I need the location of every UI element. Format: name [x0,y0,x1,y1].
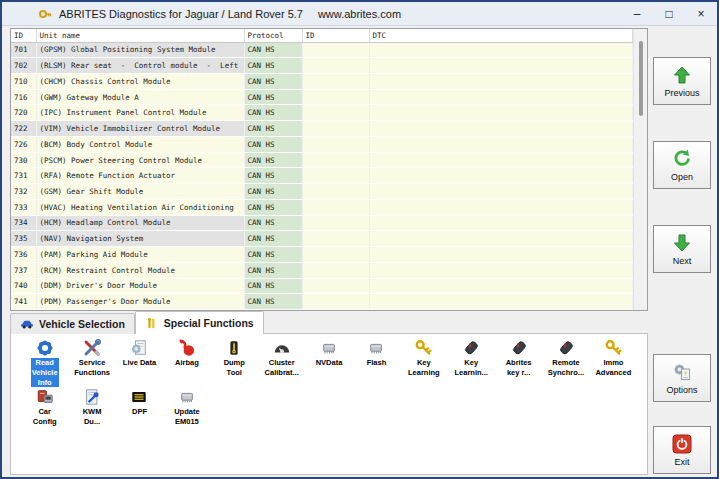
button-label: Exit [674,457,689,467]
function-label: Key Learnin... [454,358,489,378]
column-header-id[interactable]: ID [11,29,36,42]
table-row[interactable]: 720(IPC) Instrument Panel Control Module… [11,105,633,121]
cell-dtc [369,42,633,58]
function-label: KWM Du... [82,407,103,427]
cell-protocol: CAN HS [244,215,302,231]
table-row[interactable]: 730(PSCM) Power Steering Control ModuleC… [11,152,633,168]
cell-unit-name: (CHCM) Chassis Control Module [36,73,244,89]
cell-protocol: CAN HS [244,105,302,121]
car-icon [20,318,34,330]
function-nvdata[interactable]: NVData [305,338,352,368]
remote-icon [460,338,482,358]
table-row[interactable]: 726(BCM) Body Control ModuleCAN HS [11,136,633,152]
cell-dtc [369,199,633,215]
cell-unit-name: (DDM) Driver's Door Module [36,278,244,294]
cluster-icon [271,338,293,358]
function-immo-advanced[interactable]: Immo Advanced [590,338,637,378]
next-button[interactable]: Next [653,225,711,273]
function-key-learnin[interactable]: Key Learnin... [448,338,495,378]
cell-protocol: CAN HS [244,294,302,310]
table-row[interactable]: 701(GPSM) Global Positioning System Modu… [11,42,633,58]
button-label: Options [666,385,697,395]
maximize-button[interactable]: □ [653,2,685,25]
cell-id: 710 [11,73,36,89]
function-key-learning[interactable]: Key Learning [400,338,447,378]
function-label: Live Data [122,358,157,368]
cell-protocol: CAN HS [244,199,302,215]
tab-vehicle-selection[interactable]: Vehicle Selection [10,313,135,334]
cell-dtc [369,184,633,200]
table-row[interactable]: 737(RCM) Restraint Control ModuleCAN HS [11,262,633,278]
table-row[interactable]: 722(VIM) Vehicle Immobilizer Control Mod… [11,121,633,137]
cell-unit-name: (NAV) Navigation System [36,231,244,247]
column-header-dtc[interactable]: DTC [369,29,633,42]
cell-dtc [369,58,633,74]
options-button[interactable]: Options [653,354,711,402]
cell-id2 [302,231,369,247]
table-row[interactable]: 736(PAM) Parking Aid ModuleCAN HS [11,247,633,263]
cell-id2 [302,152,369,168]
exit-button[interactable]: Exit [653,426,711,474]
table-row[interactable]: 702(RLSM) Rear seat - Control module - L… [11,58,633,74]
function-cluster-calibrat[interactable]: Cluster Calibrat... [258,338,305,378]
previous-button[interactable]: Previous [653,57,711,105]
function-car-config[interactable]: Car Config [21,387,68,427]
sf-row-2: Car ConfigKWM Du...DPFUpdate EM015 [21,387,641,427]
doc-wrench-icon [81,387,103,407]
cell-unit-name: (IPC) Instrument Panel Control Module [36,105,244,121]
cell-dtc [369,73,633,89]
function-remote-synchro[interactable]: Remote Synchro... [542,338,589,378]
cell-protocol: CAN HS [244,168,302,184]
cell-id: 735 [11,231,36,247]
table-row[interactable]: 733(HVAC) Heating Ventilation Air Condit… [11,199,633,215]
cell-id2 [302,247,369,263]
module-table-body: 701(GPSM) Global Positioning System Modu… [11,42,633,310]
function-live-data[interactable]: Live Data [116,338,163,368]
table-row[interactable]: 716(GWM) Gateway Module ACAN HS [11,89,633,105]
open-button[interactable]: Open [653,141,711,189]
table-row[interactable]: 731(RFA) Remote Function ActuatorCAN HS [11,168,633,184]
key-icon [602,338,624,358]
function-read-vehicle-info[interactable]: Read Vehicle Info [21,338,68,387]
function-dpf[interactable]: DPF [116,387,163,417]
minimize-button[interactable]: – [621,2,653,25]
table-row[interactable]: 734(HCM) Headlamp Control ModuleCAN HS [11,215,633,231]
cell-id: 732 [11,184,36,200]
cell-id2 [302,73,369,89]
tools-icon [145,317,159,329]
cell-protocol: CAN HS [244,278,302,294]
function-kwm-du[interactable]: KWM Du... [68,387,115,427]
table-row[interactable]: 735(NAV) Navigation SystemCAN HS [11,231,633,247]
column-header-unit-name[interactable]: Unit name [36,29,244,42]
function-label: DPF [131,407,148,417]
airbag-icon [176,338,198,358]
function-label: Key Learning [407,358,441,378]
cell-id: 722 [11,121,36,137]
function-abrites-key-r[interactable]: Abrites key r... [495,338,542,378]
cell-protocol: CAN HS [244,231,302,247]
cell-id2 [302,215,369,231]
cell-protocol: CAN HS [244,184,302,200]
function-service-functions[interactable]: Service Functions [68,338,115,378]
function-flash[interactable]: Flash [353,338,400,368]
scrollbar-thumb[interactable] [639,41,643,116]
cell-id: 741 [11,294,36,310]
function-update-em015[interactable]: Update EM015 [163,387,210,427]
table-scrollbar[interactable] [633,29,647,310]
function-airbag[interactable]: Airbag [163,338,210,368]
table-row[interactable]: 741(PDM) Passenger's Door ModuleCAN HS [11,294,633,310]
cell-unit-name: (RCM) Restraint Control Module [36,262,244,278]
function-label: Car Config [32,407,58,427]
column-header-id2[interactable]: ID [302,29,369,42]
cell-id: 701 [11,42,36,58]
table-row[interactable]: 740(DDM) Driver's Door ModuleCAN HS [11,278,633,294]
cell-unit-name: (RLSM) Rear seat - Control module - Left [36,58,244,74]
tab-special-functions[interactable]: Special Functions [135,311,264,334]
cell-id: 733 [11,199,36,215]
close-button[interactable]: × [685,2,717,25]
cell-id: 726 [11,136,36,152]
table-row[interactable]: 710(CHCM) Chassis Control ModuleCAN HS [11,73,633,89]
table-row[interactable]: 732(GSM) Gear Shift ModuleCAN HS [11,184,633,200]
function-dump-tool[interactable]: Dump Tool [211,338,258,378]
column-header-protocol[interactable]: Protocol [244,29,302,42]
